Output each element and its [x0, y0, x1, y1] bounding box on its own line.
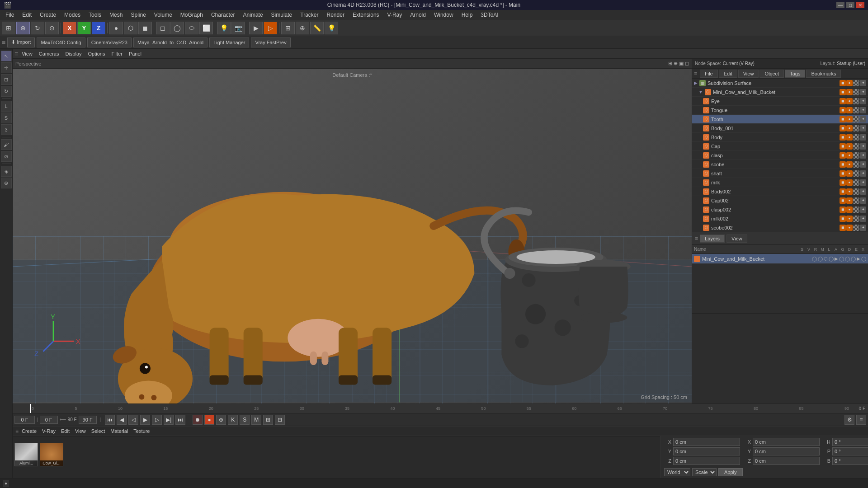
obj-shaft[interactable]: ⬡ shaft ◼● ✦ [692, 169, 868, 178]
obj-clasp002[interactable]: ⬡ clasp002 ◼● ✦ [692, 205, 868, 214]
tool-grid[interactable]: ⊞ [281, 22, 295, 34]
extra2-btn[interactable]: ⊟ [275, 415, 285, 425]
left-tool-move[interactable]: ✛ [1, 62, 12, 73]
tab-tags[interactable]: Tags [785, 70, 805, 78]
tool-z[interactable]: Z [92, 22, 105, 34]
vp-menu-filter[interactable]: Filter [108, 50, 125, 57]
tool-sphere[interactable]: ◯ [170, 22, 184, 34]
obj-clasp[interactable]: ⬡ clasp ◼● ✦ [692, 151, 868, 160]
vp-menu-display[interactable]: Display [62, 50, 84, 57]
menu-spline[interactable]: Spline [127, 11, 149, 19]
play-button[interactable]: ▶ [140, 415, 150, 425]
coord-z-input[interactable] [673, 457, 740, 465]
menu-tracker[interactable]: Tracker [297, 11, 322, 19]
tab-object[interactable]: Object [760, 70, 784, 78]
vray-fastprev-button[interactable]: Vray FastPrev [251, 38, 290, 47]
vp-menu-panel[interactable]: Panel [126, 50, 144, 57]
tool-polys[interactable]: ◼ [138, 22, 152, 34]
start-frame-input[interactable] [40, 416, 58, 424]
tool-light[interactable]: 💡 [217, 22, 231, 34]
tool-render-view[interactable]: ▶ [249, 22, 263, 34]
tool-edges[interactable]: ⬡ [124, 22, 137, 34]
maya-arnold-button[interactable]: Maya_Arnold_to_C4D_Arnold [133, 38, 208, 47]
layer-mini-cow[interactable]: Mini_Cow_and_Milk_Bucket ◯ ◯ ⬡ ◯ ▶ ◯ ◯ [692, 254, 868, 264]
layers-tab-layers[interactable]: Layers [700, 235, 725, 243]
obj-body001[interactable]: ⬡ Body_001 ◼ ● ✦ [692, 124, 868, 133]
coord-x2-input[interactable] [753, 438, 820, 446]
cinema-vray-button[interactable]: CinemaVrayR23 [87, 38, 132, 47]
left-tool-scale[interactable]: ⊡ [1, 74, 12, 85]
menu-arnold[interactable]: Arnold [406, 11, 429, 19]
menu-help[interactable]: Help [458, 11, 476, 19]
coord-z2-input[interactable] [753, 457, 820, 465]
left-tool-rotate[interactable]: ↻ [1, 86, 12, 97]
left-tool-sim[interactable]: ◈ [1, 166, 12, 177]
obj-scobe002[interactable]: ⬡ scobe002 ◼● ✦ [692, 223, 868, 232]
vp-menu-cameras[interactable]: Cameras [36, 50, 62, 57]
tab-edit[interactable]: Edit [719, 70, 737, 78]
layers-tab-view[interactable]: View [726, 235, 747, 243]
maximize-button[interactable]: □ [846, 2, 854, 8]
coord-y-input[interactable] [673, 447, 740, 455]
obj-tooth[interactable]: ⬡ Tooth ◼ ● ✦ [692, 115, 868, 124]
menu-file[interactable]: File [2, 11, 18, 19]
tab-file[interactable]: File [700, 70, 718, 78]
mat-menu-edit[interactable]: Edit [59, 428, 72, 434]
mat-menu-create[interactable]: Create [19, 428, 39, 434]
end-frame-input[interactable] [79, 416, 97, 424]
viewport-content[interactable]: X Y Z Grid Spacing : 50 cm [13, 69, 692, 404]
scale-dropdown[interactable]: Scale [692, 468, 717, 476]
key-btn[interactable]: K [228, 415, 238, 425]
tool-camera[interactable]: 📷 [231, 22, 245, 34]
tool-cube[interactable]: ◻ [156, 22, 170, 34]
tool-rotate[interactable]: ↻ [31, 22, 44, 34]
minimize-button[interactable]: — [836, 2, 844, 8]
menu-modes[interactable]: Modes [61, 11, 84, 19]
vp-menu-options[interactable]: Options [85, 50, 108, 57]
tool-snap[interactable]: ⊕ [296, 22, 309, 34]
mat-menu-texture[interactable]: Texture [131, 428, 152, 434]
material-cow[interactable]: Cow_Gi... [40, 443, 63, 466]
obj-cap002[interactable]: ⬡ Cap002 ◼● ✦ [692, 196, 868, 205]
menu-create[interactable]: Create [36, 11, 60, 19]
close-button[interactable]: ✕ [856, 2, 864, 8]
extra-btn[interactable]: ⊞ [263, 415, 273, 425]
menu-render[interactable]: Render [323, 11, 348, 19]
obj-tongue[interactable]: ⬡ Tongue ◼ ● ✦ [692, 106, 868, 115]
mat-menu-material[interactable]: Material [108, 428, 130, 434]
go-start-button[interactable]: ⏮ [105, 415, 115, 425]
tool-move[interactable]: ⊕ [16, 22, 30, 34]
tool-render[interactable]: ▷ [264, 22, 277, 34]
tab-view[interactable]: View [738, 70, 759, 78]
mat-menu-view[interactable]: View [73, 428, 88, 434]
left-tool-sculpt[interactable]: ⊘ [1, 151, 12, 162]
left-tool-spline[interactable]: S [1, 113, 12, 123]
tool-points[interactable]: ● [109, 22, 123, 34]
obj-eye[interactable]: ⬡ Eye ◼ ● ✦ [692, 97, 868, 106]
light-manager-button[interactable]: Light Manager [209, 38, 249, 47]
current-frame-input[interactable] [14, 416, 35, 424]
prev-key-button[interactable]: ◁ [128, 415, 138, 425]
apply-button[interactable]: Apply [718, 468, 743, 476]
record-btn[interactable]: ⏺ [193, 415, 203, 425]
coord-p-input[interactable] [832, 447, 868, 455]
sim-btn[interactable]: S [240, 415, 250, 425]
menu-extensions[interactable]: Extensions [349, 11, 383, 19]
import-button[interactable]: ⬇ Import [7, 38, 35, 47]
menu-edit[interactable]: Edit [19, 11, 35, 19]
autokey-btn[interactable]: ● [204, 415, 214, 425]
menu-animate[interactable]: Animate [240, 11, 267, 19]
coord-b-input[interactable] [832, 457, 868, 465]
obj-cap[interactable]: ⬡ Cap ◼ ● ✦ [692, 142, 868, 151]
tool-scale[interactable]: ⊙ [45, 22, 59, 34]
timeline-ruler[interactable]: 0 5 10 15 20 25 30 35 40 45 50 55 60 65 [13, 404, 868, 413]
layers-btn[interactable]: ≡ [856, 415, 866, 425]
menu-character[interactable]: Character [208, 11, 239, 19]
mat-menu-select[interactable]: Select [89, 428, 108, 434]
menu-volume[interactable]: Volume [151, 11, 176, 19]
tool-cylinder[interactable]: ⬭ [185, 22, 198, 34]
menu-vray[interactable]: V-Ray [384, 11, 406, 19]
tool-bulb[interactable]: 💡 [325, 22, 338, 34]
menu-tools[interactable]: Tools [85, 11, 105, 19]
menu-mograph[interactable]: MoGraph [177, 11, 207, 19]
